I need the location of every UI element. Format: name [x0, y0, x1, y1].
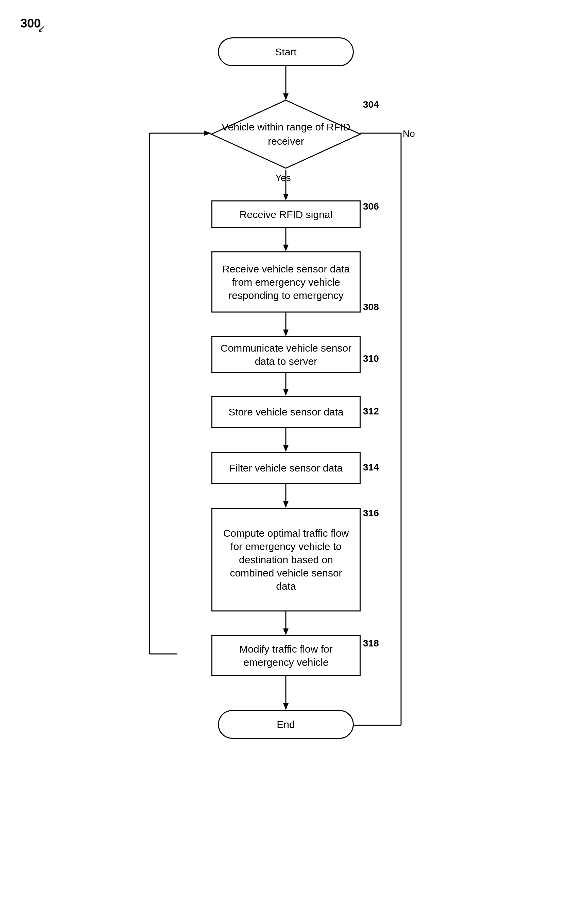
- step-308-label: 308: [363, 302, 379, 313]
- step-308-node: Receive vehicle sensor data from emergen…: [211, 251, 361, 313]
- svg-marker-5: [283, 245, 289, 251]
- step-306-node: Receive RFID signal: [211, 200, 361, 228]
- step-312-node: Store vehicle sensor data: [211, 396, 361, 428]
- figure-arrow: ↙: [37, 23, 45, 34]
- end-node: End: [218, 710, 354, 739]
- step-318-label: 318: [363, 638, 379, 649]
- svg-marker-13: [283, 501, 289, 508]
- decision-node: Vehicle within range of RFID receiver: [210, 99, 362, 170]
- svg-marker-3: [283, 194, 289, 200]
- step-310-node: Communicate vehicle sensor data to serve…: [211, 336, 361, 373]
- step-310-label: 310: [363, 353, 379, 364]
- svg-marker-17: [283, 703, 289, 710]
- yes-label: Yes: [275, 172, 291, 183]
- svg-marker-9: [283, 389, 289, 396]
- no-label: No: [403, 129, 415, 139]
- step-306-label: 306: [363, 201, 379, 212]
- step-318-node: Modify traffic flow for emergency vehicl…: [211, 635, 361, 676]
- step-312-label: 312: [363, 406, 379, 417]
- svg-marker-25: [204, 130, 211, 136]
- svg-marker-11: [283, 445, 289, 452]
- diagram-container: 300 ↙: [0, 0, 572, 924]
- step-316-node: Compute optimal traffic flow for emergen…: [211, 508, 361, 611]
- step-304-label: 304: [363, 99, 379, 110]
- svg-marker-7: [283, 330, 289, 336]
- step-314-node: Filter vehicle sensor data: [211, 452, 361, 484]
- step-314-label: 314: [363, 462, 379, 473]
- step-316-label: 316: [363, 508, 379, 519]
- start-node: Start: [218, 37, 354, 66]
- svg-marker-15: [283, 628, 289, 635]
